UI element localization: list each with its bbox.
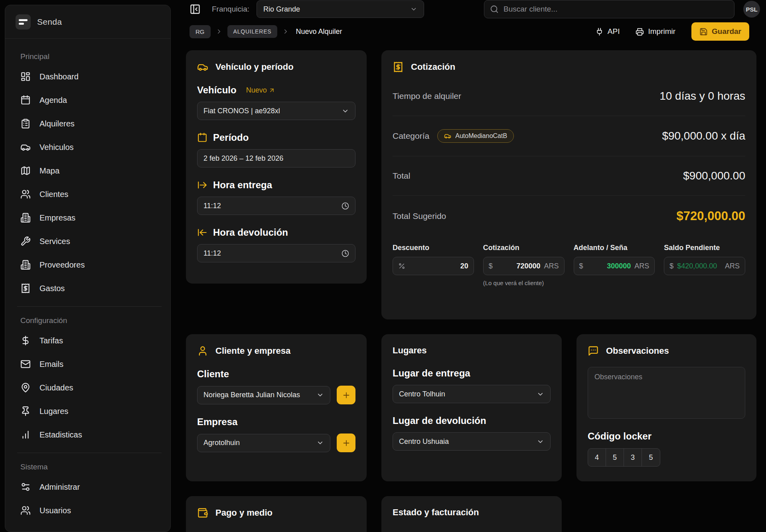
sidebar-item-gastos[interactable]: Gastos <box>16 279 163 298</box>
places-card: Lugares Lugar de entrega Centro Tolhuin … <box>381 334 562 481</box>
locker-code-label: Código locker <box>588 431 745 442</box>
balance-input: $ $420,000.00 ARS <box>664 257 745 275</box>
sidebar: Senda Principal Dashboard Agenda Alquile… <box>5 5 171 532</box>
chevron-right-icon <box>282 28 289 35</box>
save-button[interactable]: Guardar <box>691 22 749 41</box>
card-title: Cotización <box>411 62 455 72</box>
sidebar-item-usuarios[interactable]: Usuarios <box>16 501 163 520</box>
pin-icon <box>20 406 31 416</box>
sidebar-item-proveedores[interactable]: Proveedores <box>16 256 163 274</box>
client-search <box>484 0 734 18</box>
sidebar-item-empresas[interactable]: Empresas <box>16 209 163 227</box>
suggested-total-value: $720,000.00 <box>677 209 745 223</box>
breadcrumb-franchise-chip[interactable]: RG <box>190 25 211 38</box>
car-icon <box>20 142 31 152</box>
sidebar-item-clientes[interactable]: Clientes <box>16 185 163 203</box>
discount-field: Descuento 20 <box>393 244 474 286</box>
sidebar-item-ciudades[interactable]: Ciudades <box>16 378 163 397</box>
locker-digit-2[interactable]: 5 <box>606 449 624 466</box>
client-select[interactable]: Noriega Beretta Julian Nicolas <box>197 386 330 404</box>
notes-card: Observaciones Código locker 4 5 3 5 <box>576 334 756 481</box>
locker-digit-4[interactable]: 5 <box>642 449 660 466</box>
period-input[interactable]: 2 feb 2026 – 12 feb 2026 <box>197 149 355 167</box>
printer-icon <box>636 28 644 36</box>
page-actions: API Imprimir Guardar <box>595 22 749 41</box>
sidebar-item-lugares[interactable]: Lugares <box>16 402 163 420</box>
calendar-icon <box>197 132 207 143</box>
rental-time-value: 10 días y 0 horas <box>659 90 745 102</box>
quote-row-time: Tiempo de alquiler 10 días y 0 horas <box>393 77 745 116</box>
dashboard-icon <box>20 71 31 82</box>
sidebar-collapse-button[interactable] <box>190 3 201 15</box>
plus-icon <box>342 391 351 400</box>
locker-digit-3[interactable]: 3 <box>624 449 642 466</box>
locker-digit-1[interactable]: 4 <box>588 449 606 466</box>
return-time-input[interactable]: 11:12 <box>197 244 355 262</box>
sidebar-item-mapa[interactable]: Mapa <box>16 162 163 180</box>
quote-row-suggested: Total Sugerido $720,000.00 <box>393 196 745 236</box>
observations-textarea[interactable] <box>588 367 745 419</box>
user-avatar[interactable]: PSL <box>743 1 760 18</box>
chevron-down-icon <box>316 439 324 447</box>
return-place-label: Lugar de devolución <box>393 415 486 426</box>
vehicle-select[interactable]: Fiat CRONOS | ae928xl <box>197 102 355 120</box>
arrow-right-from-line-icon <box>197 180 207 190</box>
sidebar-item-alquileres[interactable]: Alquileres <box>16 114 163 133</box>
mail-icon <box>20 359 31 369</box>
company-select[interactable]: Agrotolhuin <box>197 434 330 452</box>
nav-section-configuracion: Configuración <box>20 316 163 325</box>
card-title: Lugares <box>393 345 427 356</box>
sidebar-item-tarifas[interactable]: Tarifas <box>16 331 163 350</box>
new-vehicle-link[interactable]: Nuevo <box>246 86 275 95</box>
sidebar-item-emails[interactable]: Emails <box>16 355 163 373</box>
map-pin-icon <box>20 382 31 393</box>
chevron-down-icon <box>316 391 324 399</box>
nav-section-principal: Principal <box>20 52 163 61</box>
sidebar-item-agenda[interactable]: Agenda <box>16 91 163 109</box>
sidebar-item-dashboard[interactable]: Dashboard <box>16 67 163 86</box>
client-company-card: Cliente y empresa Cliente Noriega Berett… <box>186 334 367 481</box>
arrow-left-to-line-icon <box>197 227 207 238</box>
add-company-button[interactable] <box>337 433 355 452</box>
main-area: Franquicia: Rio Grande PSL RG ALQUILERES… <box>171 0 766 532</box>
wrench-icon <box>20 236 31 246</box>
quote-row-category: Categoría AutoMedianoCatB $90,000.00 x d… <box>393 116 745 156</box>
franchise-select[interactable]: Rio Grande <box>257 0 424 18</box>
quote-hint: (Lo que verá el cliente) <box>483 280 565 286</box>
search-input[interactable] <box>503 5 728 14</box>
pickup-place-label: Lugar de entrega <box>393 368 470 379</box>
payment-card: Pago y medio <box>186 496 367 532</box>
client-label: Cliente <box>197 368 229 380</box>
franchise-label: Franquicia: <box>212 5 249 14</box>
sidebar-item-administrar[interactable]: Administrar <box>16 478 163 496</box>
settings-sliders-icon <box>20 482 31 492</box>
franchise-value: Rio Grande <box>263 5 300 14</box>
add-client-button[interactable] <box>337 386 355 404</box>
building-icon <box>20 260 31 270</box>
sidebar-item-vehiculos[interactable]: Vehiculos <box>16 138 163 156</box>
app-logo[interactable]: Senda <box>5 5 170 39</box>
search-icon <box>490 5 499 14</box>
return-place-select[interactable]: Centro Ushuaia <box>393 432 551 451</box>
daily-rate-value: $90,000.00 x día <box>662 130 745 142</box>
deposit-input[interactable]: $ 300000 ARS <box>574 257 655 275</box>
receipt-icon <box>393 61 404 73</box>
discount-input[interactable]: 20 <box>393 257 474 275</box>
sidebar-item-estadisticas[interactable]: Estadisticas <box>16 426 163 444</box>
api-button[interactable]: API <box>595 27 620 36</box>
sidebar-nav: Principal Dashboard Agenda Alquileres Ve… <box>5 39 170 520</box>
message-dots-icon <box>588 345 599 357</box>
quote-amount-input[interactable]: $ 720000 ARS <box>483 257 565 275</box>
users-icon <box>20 189 31 199</box>
return-time-label: Hora devolución <box>213 227 288 238</box>
sidebar-item-services[interactable]: Services <box>16 232 163 250</box>
pickup-time-label: Hora entrega <box>213 179 272 191</box>
breadcrumb-alquileres-chip[interactable]: ALQUILERES <box>227 25 278 38</box>
users-icon <box>20 505 31 516</box>
app-name: Senda <box>37 17 62 27</box>
status-billing-card: Estado y facturación <box>381 496 562 532</box>
pickup-time-input[interactable]: 11:12 <box>197 197 355 215</box>
pickup-place-select[interactable]: Centro Tolhuin <box>393 385 551 403</box>
map-icon <box>20 166 31 176</box>
print-button[interactable]: Imprimir <box>636 27 675 36</box>
